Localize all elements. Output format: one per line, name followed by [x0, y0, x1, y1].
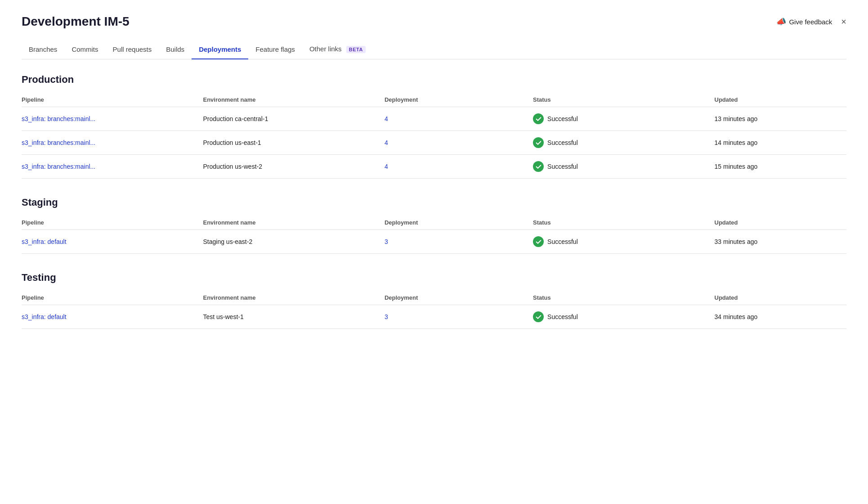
- testing-section-title: Testing: [22, 272, 846, 284]
- pipeline-link[interactable]: s3_infra: branches:mainl...: [22, 115, 95, 122]
- updated-cell: 14 minutes ago: [715, 131, 846, 155]
- table-row: s3_infra: branches:mainl... Production u…: [22, 155, 846, 179]
- col-header-env: Environment name: [203, 291, 384, 305]
- page-title: Development IM-5: [22, 14, 130, 29]
- success-icon: [533, 137, 544, 148]
- status-cell: Successful: [533, 155, 714, 179]
- table-row: s3_infra: branches:mainl... Production c…: [22, 107, 846, 131]
- env-cell: Production us-west-2: [203, 155, 384, 179]
- page-container: Development IM-5 📣 Give feedback × Branc…: [0, 0, 868, 504]
- status-text: Successful: [547, 313, 578, 320]
- updated-cell: 34 minutes ago: [715, 305, 846, 329]
- col-header-deployment: Deployment: [385, 93, 533, 107]
- updated-cell: 15 minutes ago: [715, 155, 846, 179]
- pipeline-cell: s3_infra: branches:mainl...: [22, 131, 203, 155]
- deployment-link[interactable]: 4: [385, 163, 388, 170]
- production-section: Production Pipeline Environment name Dep…: [22, 74, 846, 179]
- success-icon: [533, 113, 544, 124]
- deployment-cell: 4: [385, 131, 533, 155]
- staging-table-header: Pipeline Environment name Deployment Sta…: [22, 216, 846, 230]
- pipeline-cell: s3_infra: default: [22, 230, 203, 254]
- pipeline-cell: s3_infra: default: [22, 305, 203, 329]
- header-actions: 📣 Give feedback ×: [776, 17, 846, 27]
- deployment-cell: 4: [385, 155, 533, 179]
- col-header-status: Status: [533, 291, 714, 305]
- tab-commits[interactable]: Commits: [64, 40, 105, 59]
- tab-branches[interactable]: Branches: [22, 40, 64, 59]
- production-table: Pipeline Environment name Deployment Sta…: [22, 93, 846, 179]
- staging-section: Staging Pipeline Environment name Deploy…: [22, 197, 846, 254]
- tab-builds[interactable]: Builds: [159, 40, 192, 59]
- pipeline-link[interactable]: s3_infra: default: [22, 313, 67, 320]
- deployment-cell: 3: [385, 230, 533, 254]
- env-cell: Production ca-central-1: [203, 107, 384, 131]
- status-cell: Successful: [533, 230, 714, 254]
- close-button[interactable]: ×: [841, 17, 846, 26]
- status-text: Successful: [547, 238, 578, 245]
- tab-pull-requests[interactable]: Pull requests: [106, 40, 159, 59]
- testing-table: Pipeline Environment name Deployment Sta…: [22, 291, 846, 329]
- success-icon: [533, 161, 544, 172]
- megaphone-icon: 📣: [776, 17, 786, 27]
- tab-other-links[interactable]: Other links BETA: [302, 40, 373, 59]
- table-row: s3_infra: default Staging us-east-2 3 Su…: [22, 230, 846, 254]
- tab-feature-flags[interactable]: Feature flags: [248, 40, 302, 59]
- col-header-deployment: Deployment: [385, 291, 533, 305]
- table-row: s3_infra: branches:mainl... Production u…: [22, 131, 846, 155]
- table-row: s3_infra: default Test us-west-1 3 Succe…: [22, 305, 846, 329]
- testing-table-header: Pipeline Environment name Deployment Sta…: [22, 291, 846, 305]
- status-text: Successful: [547, 139, 578, 146]
- status-cell: Successful: [533, 131, 714, 155]
- env-cell: Staging us-east-2: [203, 230, 384, 254]
- status-cell: Successful: [533, 305, 714, 329]
- status-cell: Successful: [533, 107, 714, 131]
- col-header-pipeline: Pipeline: [22, 291, 203, 305]
- deployment-cell: 4: [385, 107, 533, 131]
- feedback-button[interactable]: 📣 Give feedback: [776, 17, 832, 27]
- col-header-status: Status: [533, 216, 714, 230]
- col-header-pipeline: Pipeline: [22, 93, 203, 107]
- pipeline-cell: s3_infra: branches:mainl...: [22, 107, 203, 131]
- production-section-title: Production: [22, 74, 846, 86]
- col-header-updated: Updated: [715, 216, 846, 230]
- deployment-link[interactable]: 3: [385, 313, 388, 320]
- pipeline-link[interactable]: s3_infra: default: [22, 238, 67, 245]
- page-header: Development IM-5 📣 Give feedback ×: [22, 14, 846, 29]
- feedback-label: Give feedback: [789, 18, 832, 26]
- production-table-header: Pipeline Environment name Deployment Sta…: [22, 93, 846, 107]
- col-header-env: Environment name: [203, 93, 384, 107]
- deployment-cell: 3: [385, 305, 533, 329]
- testing-section: Testing Pipeline Environment name Deploy…: [22, 272, 846, 329]
- deployment-link[interactable]: 4: [385, 115, 388, 122]
- success-icon: [533, 236, 544, 247]
- status-text: Successful: [547, 163, 578, 170]
- pipeline-cell: s3_infra: branches:mainl...: [22, 155, 203, 179]
- env-cell: Production us-east-1: [203, 131, 384, 155]
- success-icon: [533, 311, 544, 322]
- col-header-pipeline: Pipeline: [22, 216, 203, 230]
- pipeline-link[interactable]: s3_infra: branches:mainl...: [22, 139, 95, 146]
- pipeline-link[interactable]: s3_infra: branches:mainl...: [22, 163, 95, 170]
- updated-cell: 13 minutes ago: [715, 107, 846, 131]
- col-header-updated: Updated: [715, 291, 846, 305]
- tab-deployments[interactable]: Deployments: [192, 40, 248, 59]
- col-header-env: Environment name: [203, 216, 384, 230]
- nav-tabs: Branches Commits Pull requests Builds De…: [22, 40, 846, 59]
- beta-badge: BETA: [346, 46, 366, 53]
- col-header-updated: Updated: [715, 93, 846, 107]
- col-header-status: Status: [533, 93, 714, 107]
- col-header-deployment: Deployment: [385, 216, 533, 230]
- updated-cell: 33 minutes ago: [715, 230, 846, 254]
- status-text: Successful: [547, 115, 578, 122]
- staging-table: Pipeline Environment name Deployment Sta…: [22, 216, 846, 254]
- env-cell: Test us-west-1: [203, 305, 384, 329]
- deployment-link[interactable]: 4: [385, 139, 388, 146]
- deployment-link[interactable]: 3: [385, 238, 388, 245]
- staging-section-title: Staging: [22, 197, 846, 208]
